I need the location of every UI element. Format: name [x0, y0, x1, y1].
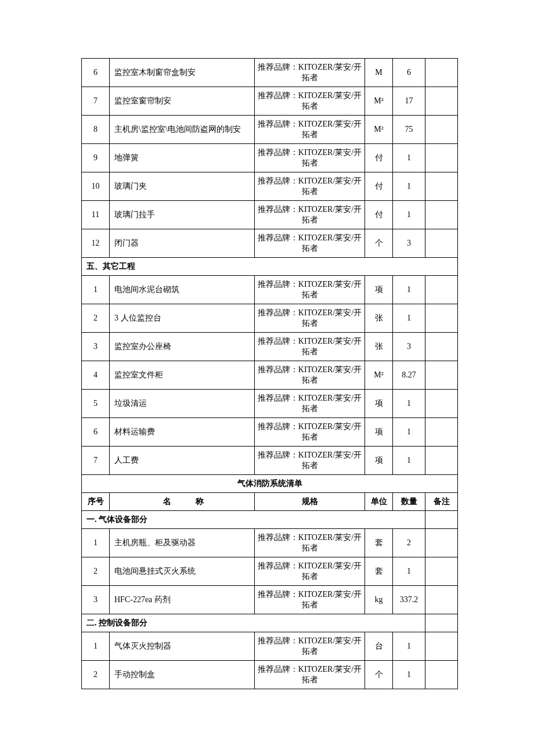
cell-note	[425, 418, 458, 447]
cell-unit: M²	[365, 361, 393, 390]
cell-unit: 张	[365, 333, 393, 361]
cell-seq: 6	[82, 59, 110, 87]
cell-spec: 推荐品牌：KITOZER/莱安/开拓者	[255, 59, 365, 87]
cell-qty: 1	[393, 304, 425, 333]
cell-note	[425, 632, 458, 661]
hdr-note: 备注	[425, 493, 458, 511]
cell-unit: 项	[365, 418, 393, 447]
cell-note	[425, 87, 458, 116]
cell-unit: 付	[365, 201, 393, 229]
cell-unit: 张	[365, 304, 393, 333]
cell-name: 电池间悬挂式灭火系统	[110, 557, 255, 586]
cell-name: 监控室窗帘制安	[110, 87, 255, 116]
cell-seq: 2	[82, 304, 110, 333]
cell-seq: 1	[82, 276, 110, 304]
cell-seq: 1	[82, 632, 110, 661]
cell-seq: 1	[82, 529, 110, 557]
table-row: 1气体灭火控制器推荐品牌：KITOZER/莱安/开拓者台1	[82, 632, 458, 661]
cell-note	[425, 172, 458, 201]
cell-seq: 5	[82, 390, 110, 418]
cell-name: 监控室文件柜	[110, 361, 255, 390]
cell-qty: 1	[393, 144, 425, 172]
cell-seq: 11	[82, 201, 110, 229]
cell-qty: 337.2	[393, 586, 425, 614]
cell-qty: 1	[393, 661, 425, 689]
table-row: 4监控室文件柜推荐品牌：KITOZER/莱安/开拓者M²8.27	[82, 361, 458, 390]
cell-spec: 推荐品牌：KITOZER/莱安/开拓者	[255, 276, 365, 304]
table-row: 9地弹簧推荐品牌：KITOZER/莱安/开拓者付1	[82, 144, 458, 172]
cell-note	[425, 586, 458, 614]
cell-qty: 75	[393, 116, 425, 144]
cell-note	[425, 304, 458, 333]
cell-seq: 7	[82, 447, 110, 475]
section-header: 二. 控制设备部分	[82, 614, 458, 632]
cell-note	[425, 511, 458, 529]
table-row: 10玻璃门夹推荐品牌：KITOZER/莱安/开拓者付1	[82, 172, 458, 201]
cell-name: 电池间水泥台砌筑	[110, 276, 255, 304]
section-header: 五、其它工程	[82, 258, 458, 276]
cell-unit: 套	[365, 529, 393, 557]
cell-spec: 推荐品牌：KITOZER/莱安/开拓者	[255, 529, 365, 557]
cell-spec: 推荐品牌：KITOZER/莱安/开拓者	[255, 390, 365, 418]
cell-spec: 推荐品牌：KITOZER/莱安/开拓者	[255, 418, 365, 447]
cell-unit: 付	[365, 172, 393, 201]
cell-note	[425, 614, 458, 632]
cell-qty: 1	[393, 276, 425, 304]
list-title-row: 气体消防系统清单	[82, 475, 458, 493]
cell-unit: 套	[365, 557, 393, 586]
cell-unit: M²	[365, 87, 393, 116]
header-row: 序号名 称规格单位数量备注	[82, 493, 458, 511]
table-row: 1电池间水泥台砌筑推荐品牌：KITOZER/莱安/开拓者项1	[82, 276, 458, 304]
cell-note	[425, 59, 458, 87]
cell-unit: 项	[365, 390, 393, 418]
hdr-spec: 规格	[255, 493, 365, 511]
cell-note	[425, 661, 458, 689]
cell-name: 地弹簧	[110, 144, 255, 172]
cell-qty: 8.27	[393, 361, 425, 390]
cell-spec: 推荐品牌：KITOZER/莱安/开拓者	[255, 632, 365, 661]
table-row: 8主机房\监控室\电池间防盗网的制安推荐品牌：KITOZER/莱安/开拓者M²7…	[82, 116, 458, 144]
cell-qty: 3	[393, 333, 425, 361]
cell-unit: M²	[365, 116, 393, 144]
hdr-name: 名 称	[110, 493, 255, 511]
cell-unit: 项	[365, 447, 393, 475]
cell-unit: 项	[365, 276, 393, 304]
cell-note	[425, 276, 458, 304]
cell-name: 3 人位监控台	[110, 304, 255, 333]
cell-name: HFC-227ea 药剂	[110, 586, 255, 614]
cell-seq: 12	[82, 229, 110, 258]
cell-spec: 推荐品牌：KITOZER/莱安/开拓者	[255, 661, 365, 689]
cell-qty: 1	[393, 557, 425, 586]
cell-spec: 推荐品牌：KITOZER/莱安/开拓者	[255, 557, 365, 586]
table-row: 23 人位监控台推荐品牌：KITOZER/莱安/开拓者张1	[82, 304, 458, 333]
table-row: 7人工费推荐品牌：KITOZER/莱安/开拓者项1	[82, 447, 458, 475]
cell-spec: 推荐品牌：KITOZER/莱安/开拓者	[255, 172, 365, 201]
cell-name: 材料运输费	[110, 418, 255, 447]
cell-qty: 6	[393, 59, 425, 87]
cell-qty: 1	[393, 390, 425, 418]
cell-spec: 推荐品牌：KITOZER/莱安/开拓者	[255, 304, 365, 333]
hdr-unit: 单位	[365, 493, 393, 511]
cell-spec: 推荐品牌：KITOZER/莱安/开拓者	[255, 201, 365, 229]
cell-unit: 个	[365, 229, 393, 258]
cell-spec: 推荐品牌：KITOZER/莱安/开拓者	[255, 87, 365, 116]
cell-name: 玻璃门拉手	[110, 201, 255, 229]
cell-spec: 推荐品牌：KITOZER/莱安/开拓者	[255, 229, 365, 258]
cell-qty: 1	[393, 632, 425, 661]
cell-seq: 3	[82, 586, 110, 614]
cell-name: 气体灭火控制器	[110, 632, 255, 661]
cell-unit: 台	[365, 632, 393, 661]
cell-seq: 10	[82, 172, 110, 201]
cell-note	[425, 333, 458, 361]
spec-table: 6监控室木制窗帘盒制安推荐品牌：KITOZER/莱安/开拓者M67监控室窗帘制安…	[81, 58, 458, 689]
table-row: 2手动控制盒推荐品牌：KITOZER/莱安/开拓者个1	[82, 661, 458, 689]
table-row: 3HFC-227ea 药剂推荐品牌：KITOZER/莱安/开拓者kg337.2	[82, 586, 458, 614]
cell-note	[425, 529, 458, 557]
cell-seq: 4	[82, 361, 110, 390]
cell-seq: 8	[82, 116, 110, 144]
cell-note	[425, 144, 458, 172]
cell-name: 监控室木制窗帘盒制安	[110, 59, 255, 87]
table-row: 2电池间悬挂式灭火系统推荐品牌：KITOZER/莱安/开拓者套1	[82, 557, 458, 586]
cell-spec: 推荐品牌：KITOZER/莱安/开拓者	[255, 447, 365, 475]
section-title: 二. 控制设备部分	[82, 614, 425, 632]
